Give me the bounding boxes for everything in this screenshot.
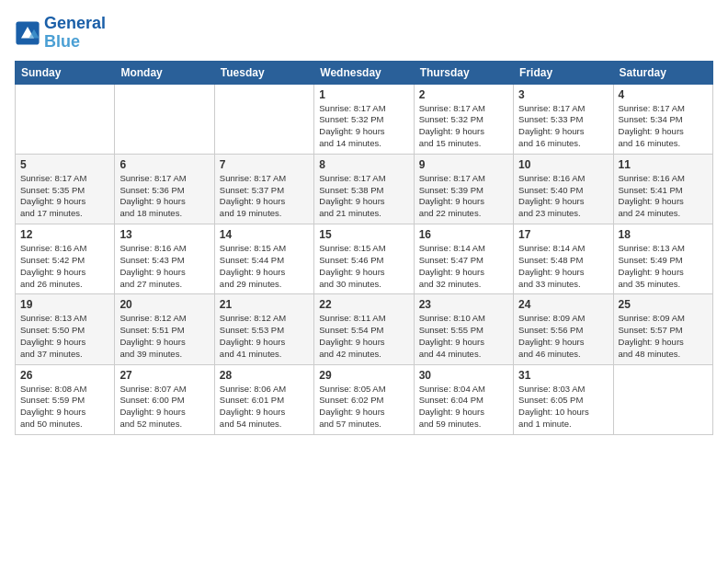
calendar-cell: 13Sunrise: 8:16 AM Sunset: 5:43 PM Dayli… — [115, 224, 214, 294]
calendar-cell: 29Sunrise: 8:05 AM Sunset: 6:02 PM Dayli… — [314, 364, 414, 434]
day-info: Sunrise: 8:17 AM Sunset: 5:35 PM Dayligh… — [20, 173, 109, 220]
day-number: 29 — [319, 369, 408, 382]
calendar-cell: 10Sunrise: 8:16 AM Sunset: 5:40 PM Dayli… — [514, 154, 613, 224]
calendar-cell: 4Sunrise: 8:17 AM Sunset: 5:34 PM Daylig… — [613, 84, 712, 154]
day-number: 12 — [20, 228, 109, 241]
calendar-cell: 3Sunrise: 8:17 AM Sunset: 5:33 PM Daylig… — [514, 84, 613, 154]
page-header: General Blue — [15, 15, 713, 52]
day-info: Sunrise: 8:05 AM Sunset: 6:02 PM Dayligh… — [319, 384, 408, 431]
day-number: 14 — [220, 228, 309, 241]
day-info: Sunrise: 8:17 AM Sunset: 5:39 PM Dayligh… — [419, 173, 508, 220]
calendar-cell: 28Sunrise: 8:06 AM Sunset: 6:01 PM Dayli… — [214, 364, 313, 434]
day-number: 17 — [518, 228, 608, 241]
calendar-cell: 20Sunrise: 8:12 AM Sunset: 5:51 PM Dayli… — [115, 294, 214, 364]
day-info: Sunrise: 8:15 AM Sunset: 5:44 PM Dayligh… — [220, 243, 309, 290]
calendar-cell: 14Sunrise: 8:15 AM Sunset: 5:44 PM Dayli… — [214, 224, 313, 294]
calendar-cell: 19Sunrise: 8:13 AM Sunset: 5:50 PM Dayli… — [16, 294, 115, 364]
day-info: Sunrise: 8:10 AM Sunset: 5:55 PM Dayligh… — [419, 313, 508, 360]
day-info: Sunrise: 8:09 AM Sunset: 5:56 PM Dayligh… — [518, 313, 608, 360]
day-info: Sunrise: 8:17 AM Sunset: 5:38 PM Dayligh… — [319, 173, 408, 220]
calendar-cell: 16Sunrise: 8:14 AM Sunset: 5:47 PM Dayli… — [414, 224, 513, 294]
day-info: Sunrise: 8:17 AM Sunset: 5:36 PM Dayligh… — [119, 173, 209, 220]
day-info: Sunrise: 8:15 AM Sunset: 5:46 PM Dayligh… — [319, 243, 408, 290]
calendar-cell: 21Sunrise: 8:12 AM Sunset: 5:53 PM Dayli… — [214, 294, 313, 364]
calendar-cell: 17Sunrise: 8:14 AM Sunset: 5:48 PM Dayli… — [514, 224, 613, 294]
calendar-week-row: 1Sunrise: 8:17 AM Sunset: 5:32 PM Daylig… — [16, 84, 713, 154]
weekday-header-monday: Monday — [115, 61, 214, 84]
day-info: Sunrise: 8:13 AM Sunset: 5:49 PM Dayligh… — [619, 243, 708, 290]
calendar-cell: 30Sunrise: 8:04 AM Sunset: 6:04 PM Dayli… — [414, 364, 513, 434]
calendar-cell: 15Sunrise: 8:15 AM Sunset: 5:46 PM Dayli… — [314, 224, 414, 294]
day-number: 28 — [220, 369, 309, 382]
calendar-cell: 31Sunrise: 8:03 AM Sunset: 6:05 PM Dayli… — [514, 364, 613, 434]
calendar-cell — [214, 84, 313, 154]
calendar-cell: 5Sunrise: 8:17 AM Sunset: 5:35 PM Daylig… — [16, 154, 115, 224]
day-info: Sunrise: 8:17 AM Sunset: 5:32 PM Dayligh… — [419, 103, 508, 150]
day-number: 3 — [518, 88, 608, 101]
day-number: 19 — [20, 298, 109, 311]
day-info: Sunrise: 8:04 AM Sunset: 6:04 PM Dayligh… — [419, 384, 508, 431]
day-info: Sunrise: 8:17 AM Sunset: 5:34 PM Dayligh… — [619, 103, 708, 150]
day-number: 18 — [619, 228, 708, 241]
calendar-cell: 9Sunrise: 8:17 AM Sunset: 5:39 PM Daylig… — [414, 154, 513, 224]
calendar-header: SundayMondayTuesdayWednesdayThursdayFrid… — [16, 61, 713, 84]
calendar-cell: 27Sunrise: 8:07 AM Sunset: 6:00 PM Dayli… — [115, 364, 214, 434]
calendar-cell: 23Sunrise: 8:10 AM Sunset: 5:55 PM Dayli… — [414, 294, 513, 364]
calendar-week-row: 12Sunrise: 8:16 AM Sunset: 5:42 PM Dayli… — [16, 224, 713, 294]
day-info: Sunrise: 8:16 AM Sunset: 5:40 PM Dayligh… — [518, 173, 608, 220]
day-info: Sunrise: 8:09 AM Sunset: 5:57 PM Dayligh… — [619, 313, 708, 360]
calendar-week-row: 5Sunrise: 8:17 AM Sunset: 5:35 PM Daylig… — [16, 154, 713, 224]
calendar-cell: 25Sunrise: 8:09 AM Sunset: 5:57 PM Dayli… — [613, 294, 712, 364]
day-number: 6 — [119, 158, 209, 171]
weekday-header-row: SundayMondayTuesdayWednesdayThursdayFrid… — [16, 61, 713, 84]
logo-text: General Blue — [44, 15, 106, 52]
day-info: Sunrise: 8:07 AM Sunset: 6:00 PM Dayligh… — [119, 384, 209, 431]
day-number: 30 — [419, 369, 508, 382]
day-number: 11 — [619, 158, 708, 171]
day-info: Sunrise: 8:11 AM Sunset: 5:54 PM Dayligh… — [319, 313, 408, 360]
day-number: 13 — [119, 228, 209, 241]
day-info: Sunrise: 8:16 AM Sunset: 5:43 PM Dayligh… — [119, 243, 209, 290]
day-number: 10 — [518, 158, 608, 171]
calendar-cell: 18Sunrise: 8:13 AM Sunset: 5:49 PM Dayli… — [613, 224, 712, 294]
weekday-header-wednesday: Wednesday — [314, 61, 414, 84]
day-number: 31 — [518, 369, 608, 382]
weekday-header-thursday: Thursday — [414, 61, 513, 84]
calendar-cell — [115, 84, 214, 154]
day-info: Sunrise: 8:13 AM Sunset: 5:50 PM Dayligh… — [20, 313, 109, 360]
day-number: 27 — [119, 369, 209, 382]
calendar-cell: 12Sunrise: 8:16 AM Sunset: 5:42 PM Dayli… — [16, 224, 115, 294]
day-info: Sunrise: 8:17 AM Sunset: 5:33 PM Dayligh… — [518, 103, 608, 150]
day-info: Sunrise: 8:03 AM Sunset: 6:05 PM Dayligh… — [518, 384, 608, 431]
weekday-header-sunday: Sunday — [16, 61, 115, 84]
calendar-cell — [613, 364, 712, 434]
calendar-cell: 26Sunrise: 8:08 AM Sunset: 5:59 PM Dayli… — [16, 364, 115, 434]
weekday-header-friday: Friday — [514, 61, 613, 84]
day-number: 4 — [619, 88, 708, 101]
day-number: 24 — [518, 298, 608, 311]
day-number: 21 — [220, 298, 309, 311]
day-number: 2 — [419, 88, 508, 101]
day-number: 23 — [419, 298, 508, 311]
logo-icon — [15, 20, 40, 46]
day-info: Sunrise: 8:17 AM Sunset: 5:37 PM Dayligh… — [220, 173, 309, 220]
day-number: 5 — [20, 158, 109, 171]
day-info: Sunrise: 8:06 AM Sunset: 6:01 PM Dayligh… — [220, 384, 309, 431]
day-number: 1 — [319, 88, 408, 101]
calendar-table: SundayMondayTuesdayWednesdayThursdayFrid… — [15, 61, 713, 435]
calendar-cell: 11Sunrise: 8:16 AM Sunset: 5:41 PM Dayli… — [613, 154, 712, 224]
calendar-cell: 8Sunrise: 8:17 AM Sunset: 5:38 PM Daylig… — [314, 154, 414, 224]
calendar-cell: 24Sunrise: 8:09 AM Sunset: 5:56 PM Dayli… — [514, 294, 613, 364]
day-info: Sunrise: 8:14 AM Sunset: 5:47 PM Dayligh… — [419, 243, 508, 290]
day-info: Sunrise: 8:16 AM Sunset: 5:42 PM Dayligh… — [20, 243, 109, 290]
day-info: Sunrise: 8:12 AM Sunset: 5:51 PM Dayligh… — [119, 313, 209, 360]
weekday-header-saturday: Saturday — [613, 61, 712, 84]
calendar-week-row: 26Sunrise: 8:08 AM Sunset: 5:59 PM Dayli… — [16, 364, 713, 434]
calendar-cell: 7Sunrise: 8:17 AM Sunset: 5:37 PM Daylig… — [214, 154, 313, 224]
calendar-cell — [16, 84, 115, 154]
logo: General Blue — [15, 15, 106, 52]
calendar-cell: 22Sunrise: 8:11 AM Sunset: 5:54 PM Dayli… — [314, 294, 414, 364]
day-info: Sunrise: 8:16 AM Sunset: 5:41 PM Dayligh… — [619, 173, 708, 220]
day-number: 22 — [319, 298, 408, 311]
calendar-cell: 6Sunrise: 8:17 AM Sunset: 5:36 PM Daylig… — [115, 154, 214, 224]
